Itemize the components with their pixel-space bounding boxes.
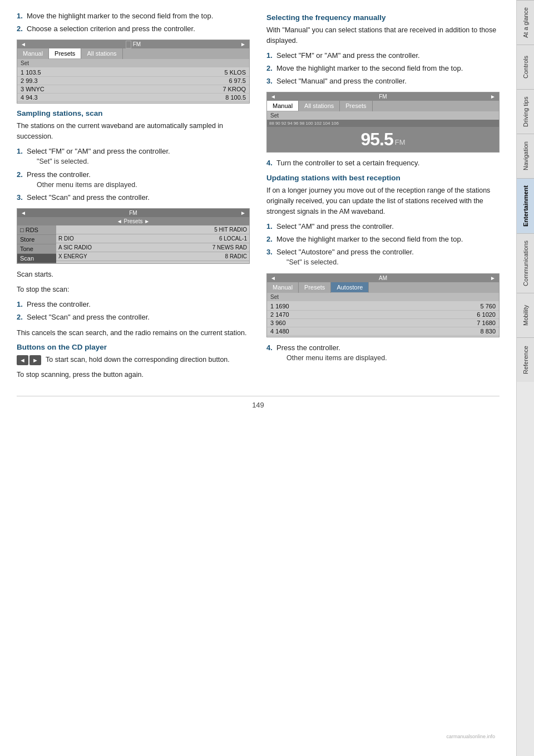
station-col2: 7 KROQ — [134, 86, 246, 92]
freq-section-heading: Selecting the frequency manually — [266, 13, 500, 22]
r2: 8 RADIC — [153, 253, 248, 259]
screen-topbar: ◄ FM ► — [17, 40, 249, 48]
step-num: 3. — [17, 193, 24, 203]
topbar-fm-label: FM — [126, 41, 141, 47]
am-step4-list: 4. Press the controller.Other menu items… — [266, 343, 500, 364]
sampling-step-2: 2. Press the controller.Other menu items… — [17, 170, 250, 190]
ruler-label: 88 — [269, 121, 274, 126]
sidebar-tab-controls[interactable]: Controls — [517, 45, 534, 89]
tab-presets[interactable]: Presets — [49, 48, 81, 59]
am-tab-presets[interactable]: Presets — [299, 282, 331, 293]
step-num: 4. — [266, 158, 274, 168]
step-num: 3. — [266, 76, 274, 86]
step-text: Select "Scan" and press the controller. — [27, 312, 250, 322]
sidebar-tab-reference[interactable]: Reference — [517, 337, 534, 382]
station-col2: 6 97.5 — [134, 77, 246, 84]
screen-topbar: ◄ FM ► — [267, 92, 499, 101]
step-text: Select "Autostore" and press the control… — [276, 247, 500, 268]
tab-manual[interactable]: Manual — [17, 48, 49, 59]
am-tab-manual[interactable]: Manual — [267, 282, 299, 293]
station-list: 1 103.5 5 KLOS 2 99.3 6 97.5 3 WNYC 7 KR… — [17, 67, 249, 103]
tab-all-stations[interactable]: All stations — [299, 101, 340, 111]
topbar-fm-label: FM — [379, 94, 387, 100]
intro-steps-list: 1. Move the highlight marker to the seco… — [17, 11, 250, 34]
sampling-step-3: 3. Select "Scan" and press the controlle… — [17, 193, 250, 203]
scan-menu: □ RDS Store Tone Scan 5 HIT RADIO R DIO … — [17, 225, 249, 263]
cd-stop-note: To stop scanning, press the button again… — [17, 370, 250, 380]
step-text: Select "Manual" and press the controller… — [276, 76, 500, 86]
cd-buttons: ◄ ► — [17, 355, 41, 366]
freq-number: 95.5 — [360, 129, 393, 150]
freq-section-body: With "Manual" you can select stations th… — [266, 25, 500, 46]
scan-topbar: ◄ FM ► — [17, 209, 249, 217]
sampling-step-1: 1. Select "FM" or "AM" and press the con… — [17, 146, 250, 167]
am-station-row-3: 3 960 7 1680 — [267, 319, 499, 327]
sidebar-tab-communications[interactable]: Communications — [517, 233, 534, 293]
scan-right-row-3: A SIC RADIO 7 NEWS RAD — [56, 243, 249, 252]
screen-tabs: Manual Presets All stations — [17, 48, 249, 59]
freq-unit: FM — [395, 138, 406, 146]
station-row-1: 1 103.5 5 KLOS — [17, 68, 249, 77]
scan-menu-tone[interactable]: Tone — [17, 244, 56, 254]
intro-step-2: 2. Choose a selection criterion and pres… — [17, 24, 250, 34]
scan-right-row-4: X ENERGY 8 RADIC — [56, 252, 249, 261]
am-col2: 5 760 — [383, 303, 496, 310]
am-tab-autostore[interactable]: Autostore — [331, 282, 369, 293]
am-set-label: Set — [267, 293, 499, 301]
updating-step-1: 1. Select "AM" and press the controller. — [266, 222, 500, 232]
station-col2: 5 KLOS — [134, 69, 246, 76]
tab-all-stations[interactable]: All stations — [81, 48, 122, 59]
fm-icon — [126, 41, 131, 48]
am-station-list: 1 1690 5 760 2 1470 6 1020 3 960 7 1680 … — [267, 301, 499, 337]
am-screen: ◄ AM ► Manual Presets Autostore Set 1 16… — [266, 273, 500, 337]
freq-step-4: 4. Turn the controller to set a certain … — [266, 158, 500, 168]
scan-menu-rds[interactable]: □ RDS — [17, 225, 56, 235]
tab-manual[interactable]: Manual — [267, 101, 299, 111]
screen-set-label: Set — [17, 59, 249, 67]
sidebar: At a glance Controls Driving tips Naviga… — [516, 0, 534, 756]
scan-menu-right: 5 HIT RADIO R DIO 6 LOCAL-1 A SIC RADIO … — [56, 225, 249, 263]
station-col1: 2 99.3 — [21, 77, 134, 84]
cd-btn-right[interactable]: ► — [29, 355, 41, 366]
page-number: 149 — [17, 396, 500, 409]
step-text: Select "FM" or "AM" and press the contro… — [276, 51, 500, 61]
screen-set-label: Set — [267, 111, 499, 120]
am-station-row-2: 2 1470 6 1020 — [267, 311, 499, 319]
am-col2: 7 1680 — [383, 320, 496, 326]
step-num: 2. — [17, 312, 24, 322]
ruler-label: 92 — [281, 121, 286, 126]
am-col2: 8 830 — [383, 328, 496, 335]
station-row-2: 2 99.3 6 97.5 — [17, 77, 249, 85]
topbar-arrow-left: ◄ — [270, 94, 276, 100]
r2: 6 LOCAL-1 — [153, 235, 248, 242]
ruler-label: 98 — [300, 121, 305, 126]
station-col1: 1 103.5 — [21, 69, 134, 76]
updating-step-2: 2. Move the highlight marker to the seco… — [266, 234, 500, 244]
sidebar-tab-navigation[interactable]: Navigation — [517, 134, 534, 178]
step-num: 2. — [266, 63, 274, 73]
updating-section-body: If on a longer journey you move out of t… — [266, 185, 500, 217]
sampling-body: The stations on the current waveband are… — [17, 121, 250, 142]
step-num: 1. — [266, 51, 274, 61]
scan-fm-label: FM — [129, 210, 137, 216]
scan-stop-step-2: 2. Select "Scan" and press the controlle… — [17, 312, 250, 322]
ruler-label: 94 — [288, 121, 293, 126]
ruler-label: 102 — [314, 121, 322, 126]
sidebar-tab-at-a-glance[interactable]: At a glance — [517, 0, 534, 45]
two-col-layout: 1. Move the highlight marker to the seco… — [17, 11, 500, 385]
scan-menu-scan[interactable]: Scan — [17, 254, 56, 263]
sidebar-tab-entertainment[interactable]: Entertainment — [517, 178, 534, 233]
am-label: AM — [379, 275, 387, 281]
freq-steps-list: 1. Select "FM" or "AM" and press the con… — [266, 51, 500, 87]
cd-btn-left[interactable]: ◄ — [17, 355, 28, 366]
sidebar-tab-mobility[interactable]: Mobility — [517, 293, 534, 337]
scan-menu-store[interactable]: Store — [17, 235, 56, 244]
step-text: Move the highlight marker to the second … — [27, 11, 250, 21]
freq-display: 95.5 FM — [267, 127, 499, 152]
step-text: Press the controller. — [27, 300, 250, 310]
sidebar-tab-driving-tips[interactable]: Driving tips — [517, 89, 534, 134]
topbar-arrow-left: ◄ — [21, 41, 26, 47]
step-num: 3. — [266, 247, 274, 268]
tab-presets[interactable]: Presets — [340, 101, 372, 111]
am-step-4: 4. Press the controller.Other menu items… — [266, 343, 500, 364]
